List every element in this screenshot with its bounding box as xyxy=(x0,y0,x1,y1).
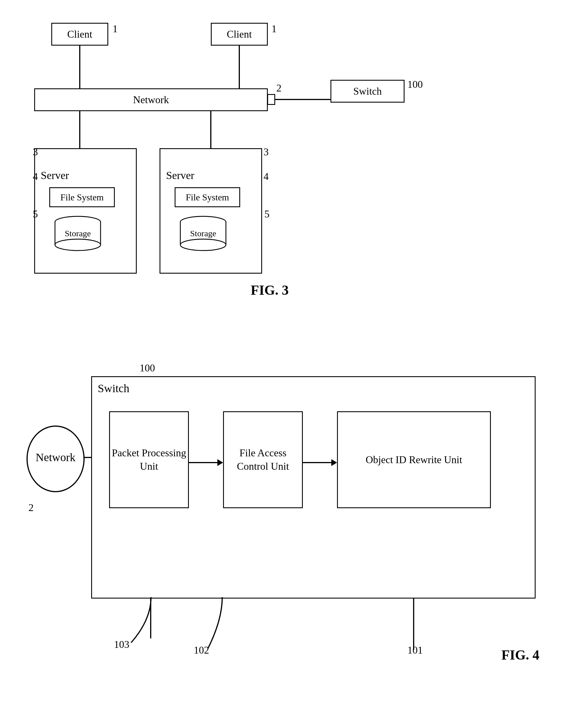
svg-marker-17 xyxy=(217,459,223,466)
network-switch-junction xyxy=(267,94,275,105)
fig4-ref-2: 2 xyxy=(28,502,34,514)
server1-box: Server File System Storage xyxy=(34,148,137,274)
storage1-cylinder: Storage xyxy=(49,216,106,253)
server1-label: Server xyxy=(41,169,69,182)
ref-5a: 5 xyxy=(33,208,38,220)
fig4-label: FIG. 4 xyxy=(502,647,539,663)
svg-text:Network: Network xyxy=(36,451,75,464)
client1-box: Client xyxy=(51,23,108,46)
fig3-label: FIG. 3 xyxy=(251,282,288,298)
file-access-label: File Access Control Unit xyxy=(224,446,302,473)
object-id-label: Object ID Rewrite Unit xyxy=(366,453,462,467)
storage2-cylinder: Storage xyxy=(175,216,232,253)
fig4-diagram: 100 Network 2 Switch Packet Processing U… xyxy=(17,342,570,684)
filesystem2-label: File System xyxy=(186,192,229,202)
ref-3b: 3 xyxy=(264,146,269,158)
client2-label: Client xyxy=(227,28,252,40)
page: Client 1 Client 1 Network 2 Switch 100 xyxy=(0,0,588,704)
file-access-ref-connector xyxy=(194,597,239,648)
ref-3a: 3 xyxy=(33,146,38,158)
server2-box: Server File System Storage xyxy=(159,148,262,274)
filesystem1-box: File System xyxy=(49,187,115,207)
svg-text:Storage: Storage xyxy=(65,229,91,238)
network-box: Network xyxy=(34,89,268,111)
ref-4a: 4 xyxy=(33,170,38,182)
switch-label: Switch xyxy=(353,85,382,97)
packet-to-fileaccess-arrow xyxy=(189,457,223,468)
fig4-ref-101: 101 xyxy=(407,644,423,656)
switch-outer-box: Switch Packet Processing Unit File Acces… xyxy=(91,376,536,598)
file-access-control-unit: File Access Control Unit xyxy=(223,411,303,508)
client2-to-network-line xyxy=(239,46,240,91)
ref-5b: 5 xyxy=(264,208,269,220)
network-to-switch-line xyxy=(268,99,332,100)
object-ref-line xyxy=(413,598,414,650)
ref-4b: 4 xyxy=(264,170,269,182)
ref-100: 100 xyxy=(407,78,423,91)
fig4-ref-100: 100 xyxy=(140,362,155,374)
packet-processing-unit: Packet Processing Unit xyxy=(109,411,189,508)
filesystem2-box: File System xyxy=(175,187,240,207)
fig4-ref-103: 103 xyxy=(114,638,129,650)
svg-point-10 xyxy=(180,239,226,250)
client2-box: Client xyxy=(211,23,268,46)
svg-point-4 xyxy=(55,239,101,250)
svg-text:Storage: Storage xyxy=(190,229,216,238)
server2-label: Server xyxy=(166,169,194,182)
ref-2: 2 xyxy=(276,82,281,94)
fig4-switch-label: Switch xyxy=(98,382,129,395)
fig4-ref-102: 102 xyxy=(194,644,209,656)
fig3-diagram: Client 1 Client 1 Network 2 Switch 100 xyxy=(17,11,559,325)
client1-label: Client xyxy=(67,28,92,40)
switch-box: Switch xyxy=(330,80,404,103)
svg-marker-19 xyxy=(331,459,337,466)
network-to-server1-line xyxy=(79,111,80,151)
fileaccess-to-objectid-arrow xyxy=(303,457,337,468)
network-label: Network xyxy=(133,94,169,106)
network-ellipse: Network xyxy=(26,425,85,493)
ref-1a: 1 xyxy=(113,23,118,35)
network-to-server2-line xyxy=(210,111,211,151)
filesystem1-label: File System xyxy=(60,192,104,202)
packet-processing-label: Packet Processing Unit xyxy=(110,446,188,473)
object-id-rewrite-unit: Object ID Rewrite Unit xyxy=(337,411,491,508)
client1-to-network-line xyxy=(79,46,80,91)
packet-ref-connector xyxy=(108,597,165,643)
ref-1b: 1 xyxy=(271,23,277,35)
